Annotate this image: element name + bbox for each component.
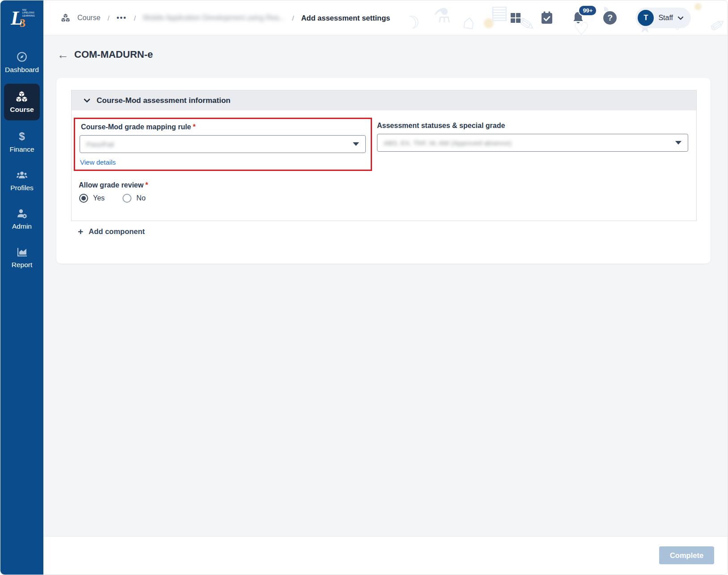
sidebar-item-admin[interactable]: Admin	[4, 202, 40, 236]
people-icon	[16, 169, 28, 181]
main-content: ← COM-MADURN-e Course-Mod assessment inf…	[43, 35, 728, 536]
sidebar-item-label: Course	[10, 106, 34, 114]
sidebar-item-course[interactable]: Course	[4, 84, 40, 120]
plus-icon: +	[78, 227, 83, 236]
sidebar-item-report[interactable]: Report	[4, 240, 40, 274]
radio-option-no[interactable]: No	[123, 194, 145, 203]
cubes-icon	[16, 91, 28, 102]
chevron-down-icon	[84, 98, 90, 103]
logo-tagline: NSI LIFELONG LEARNING	[22, 9, 35, 17]
sidebar-item-dashboard[interactable]: Dashboard	[4, 45, 40, 79]
app-window: L 3 NSI LIFELONG LEARNING Dashboard	[0, 0, 728, 575]
chevron-down-icon	[677, 16, 684, 20]
header-actions: 99+ ? T Staff	[509, 0, 691, 35]
sidebar: L 3 NSI LIFELONG LEARNING Dashboard	[0, 0, 43, 575]
assessment-info-section: Course-Mod assessment information Course…	[71, 90, 697, 221]
sidebar-item-label: Report	[12, 261, 33, 269]
sidebar-item-profiles[interactable]: Profiles	[4, 163, 40, 197]
breadcrumb-current-page: Add assessment settings	[301, 14, 390, 22]
add-component-button[interactable]: + Add component	[78, 227, 145, 236]
radio-unselected-icon[interactable]	[123, 194, 131, 203]
chart-icon	[16, 246, 28, 258]
required-asterisk: *	[193, 123, 195, 131]
app-logo[interactable]: L 3 NSI LIFELONG LEARNING	[8, 6, 36, 33]
avatar: T	[638, 10, 654, 26]
radio-option-yes[interactable]: Yes	[79, 194, 105, 203]
apps-grid-icon[interactable]	[509, 12, 522, 24]
user-role-label: Staff	[658, 14, 673, 22]
radio-selected-icon[interactable]	[79, 194, 88, 203]
back-arrow-icon[interactable]: ←	[57, 49, 69, 60]
required-asterisk: *	[145, 181, 148, 189]
notifications-bell-icon[interactable]: 99+	[572, 11, 584, 25]
help-icon[interactable]: ?	[603, 11, 617, 25]
breadcrumb-separator: /	[108, 14, 110, 22]
assessment-settings-card: Course-Mod assessment information Course…	[56, 78, 711, 264]
compass-icon	[16, 51, 28, 63]
calendar-check-icon[interactable]	[541, 11, 553, 25]
top-bar: ☽ ⚗ ⌂ ▤ ✎ ♡ ◔ ★ ⚛ ✐ ? ♡ Course / •••	[43, 0, 728, 35]
notification-count-badge: 99+	[578, 5, 597, 16]
sidebar-nav: Dashboard Course $ Finance	[0, 45, 43, 279]
dollar-icon: $	[16, 131, 28, 142]
user-menu[interactable]: T Staff	[635, 8, 691, 28]
breadcrumb-separator: /	[292, 14, 294, 22]
complete-button[interactable]: Complete	[659, 546, 714, 564]
radio-label: No	[136, 194, 145, 202]
logo-number: 3	[20, 17, 25, 30]
breadcrumb-root[interactable]: Course	[77, 14, 101, 22]
highlight-red-box: Course-Mod grade mapping rule* Pass/Fail…	[74, 118, 372, 171]
add-component-label: Add component	[89, 227, 145, 236]
section-header-course-mod-assessment[interactable]: Course-Mod assessment information	[72, 90, 696, 111]
view-details-link[interactable]: View details	[80, 158, 116, 166]
grade-mapping-rule-select[interactable]: Pass/Fail	[80, 135, 366, 153]
caret-down-icon	[675, 141, 681, 145]
breadcrumb-collapsed[interactable]: •••	[117, 14, 127, 22]
radio-label: Yes	[93, 194, 105, 202]
page-title-row: ← COM-MADURN-e	[57, 49, 153, 60]
assessment-statuses-value-blurred: ABS, EX, TRF, W, AW (Approved absence)	[384, 139, 512, 147]
grade-mapping-value-blurred: Pass/Fail	[86, 141, 114, 148]
breadcrumb: Course / ••• / Mobile Application Develo…	[61, 0, 390, 35]
breadcrumb-course-name-blurred[interactable]: Mobile Application Development using Rea…	[143, 14, 285, 22]
caret-down-icon	[353, 142, 359, 146]
section-title: Course-Mod assessment information	[97, 96, 230, 105]
sidebar-item-label: Profiles	[10, 184, 34, 192]
footer-bar: Complete	[43, 536, 728, 575]
sidebar-item-finance[interactable]: $ Finance	[4, 125, 40, 159]
breadcrumb-separator: /	[134, 14, 136, 22]
grade-review-radio-group: Yes No	[79, 194, 146, 203]
grade-mapping-label: Course-Mod grade mapping rule*	[81, 123, 195, 131]
assessment-statuses-select[interactable]: ABS, EX, TRF, W, AW (Approved absence)	[377, 134, 688, 152]
person-gear-icon	[16, 208, 28, 219]
sidebar-item-label: Finance	[9, 145, 34, 153]
allow-grade-review-label: Allow grade review*	[79, 181, 148, 189]
sidebar-item-label: Dashboard	[5, 66, 39, 74]
sidebar-item-label: Admin	[12, 222, 32, 230]
page-title: COM-MADURN-e	[74, 49, 153, 60]
assessment-statuses-label: Assessment statuses & special grade	[377, 122, 505, 130]
cubes-icon	[61, 13, 70, 22]
